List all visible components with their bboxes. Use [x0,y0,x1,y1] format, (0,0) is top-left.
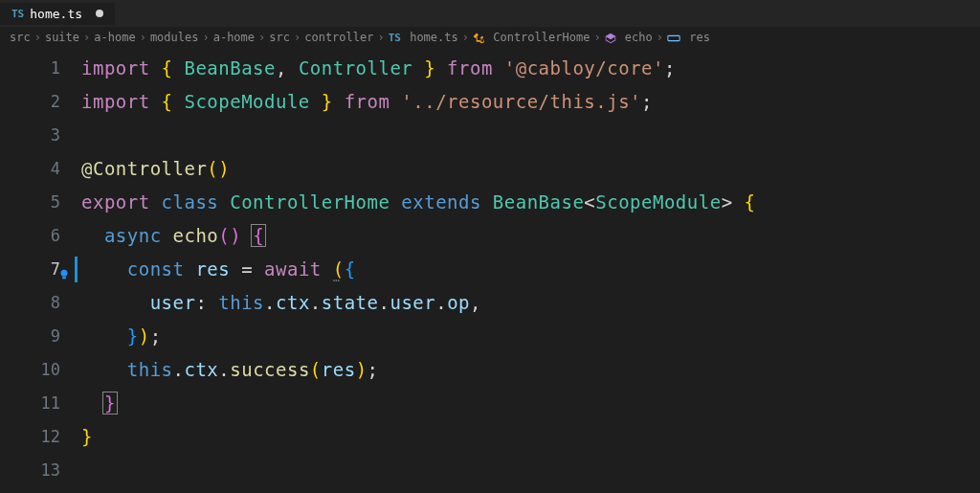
typescript-icon: TS [11,8,24,20]
code-content[interactable]: } [81,420,93,454]
class-icon [473,32,484,44]
line-number: 4 [0,152,81,186]
code-editor[interactable]: 1import { BeanBase, Controller } from '@… [0,48,980,487]
token-brace3: { [345,258,356,280]
code-line[interactable]: 1import { BeanBase, Controller } from '@… [0,52,980,85]
variable-icon [667,32,680,44]
token-prop: ctx [276,292,310,313]
token-paren: ( [310,359,322,380]
token-kw-await: i [299,258,310,280]
code-line[interactable]: 2import { ScopeModule } from '../resourc… [0,85,980,119]
code-line[interactable]: 9 }); [0,320,980,353]
breadcrumb-label: src [10,31,31,44]
token-brace3: } [127,325,139,347]
breadcrumb-variable[interactable]: res [667,31,710,44]
modification-bar [75,257,78,282]
code-content[interactable]: } [81,387,116,420]
line-number: 1 [0,52,81,85]
code-content[interactable]: import { BeanBase, Controller } from '@c… [81,52,676,85]
line-number: 12 [0,420,81,454]
line-number: 10 [0,353,81,387]
line-number: 3 [0,119,81,152]
code-content[interactable]: const res = await ({ [81,253,356,286]
token-brace: { [745,191,756,213]
token-paren2: () [218,225,253,246]
line-number: 8 [0,286,81,320]
token-brace: } [412,57,447,78]
code-line[interactable]: 13 [0,454,980,487]
token-punct: . [435,292,447,313]
token-punct: > [722,191,745,213]
code-content[interactable]: async echo() { [81,219,264,253]
breadcrumb-folder[interactable]: src [10,31,31,44]
breadcrumb-separator: › [593,31,600,44]
code-line[interactable]: 8 user: this.ctx.state.user.op, [0,286,980,320]
breadcrumb-folder[interactable]: a-home [94,31,135,44]
code-line[interactable]: 11 } [0,387,980,420]
token-brace: } [81,426,93,447]
token-punct: . [218,359,230,380]
code-content[interactable]: }); [81,320,162,353]
token-kw-await: awa [264,258,299,280]
token-prop: ctx [184,359,218,380]
code-line[interactable]: 12} [0,420,980,454]
svg-rect-2 [62,277,66,280]
line-number: 2 [0,85,81,119]
token-brace: } [310,91,345,112]
breadcrumb-separator: › [140,31,146,44]
line-number: 11 [0,387,81,420]
breadcrumb-label: echo [625,31,653,44]
token-kw-async: async [104,225,173,246]
breadcrumb-folder[interactable]: suite [45,31,79,44]
editor-tab[interactable]: TS home.ts [0,3,115,25]
code-line[interactable]: 3 [0,119,980,152]
typescript-icon: TS [389,32,401,44]
breadcrumb-folder[interactable]: src [269,31,290,44]
token-punct: . [379,292,390,313]
code-content[interactable]: @Controller() [81,152,230,186]
token-text [81,392,104,414]
token-kw-this: this [218,292,264,313]
code-line[interactable]: 6 async echo() { [0,219,980,253]
breadcrumb-label: res [689,31,710,44]
token-paren: ) [356,359,368,380]
breadcrumb-label: suite [45,31,79,44]
token-kw-export: export [81,191,162,213]
breadcrumb-file[interactable]: TS home.ts [389,31,458,44]
breadcrumb-folder[interactable]: modules [150,31,199,44]
code-line[interactable]: 5export class ControllerHome extends Bea… [0,186,980,219]
token-punct: , [276,57,299,78]
token-var: res [322,359,356,380]
token-punct: = [230,258,264,280]
code-content[interactable]: export class ControllerHome extends Bean… [81,186,755,219]
lightbulb-icon[interactable] [57,260,71,274]
token-punct: , [470,292,481,313]
breadcrumb-separator: › [657,31,663,44]
code-content[interactable]: this.ctx.success(res); [81,353,379,387]
breadcrumb-class[interactable]: ControllerHome [473,31,590,44]
token-punct: ; [664,57,676,78]
code-line[interactable]: 7 const res = await ({ [0,253,980,286]
code-line[interactable]: 10 this.ctx.success(res); [0,353,980,387]
code-content[interactable]: user: this.ctx.state.user.op, [81,286,481,320]
breadcrumb-separator: › [83,31,90,44]
code-line[interactable]: 4@Controller() [0,152,980,186]
breadcrumb-folder[interactable]: a-home [213,31,255,44]
token-punct: . [264,292,276,313]
token-kw-from: from [345,91,402,112]
code-content[interactable]: import { ScopeModule } from '../resource… [81,85,653,119]
token-brace: { [162,57,185,78]
breadcrumb-folder[interactable]: controller [304,31,373,44]
breadcrumb-separator: › [294,31,301,44]
token-var: res [195,258,230,280]
tab-filename: home.ts [30,7,82,21]
line-number: 5 [0,186,81,219]
breadcrumb-separator: › [462,31,469,44]
token-kw-from: from [447,57,504,78]
breadcrumb-label: home.ts [410,31,458,44]
breadcrumb-label: src [269,31,290,44]
breadcrumb-method[interactable]: echo [605,31,653,44]
token-kw-class: class [162,191,231,213]
token-kw-this: this [127,359,173,380]
token-prop: op [447,292,470,313]
